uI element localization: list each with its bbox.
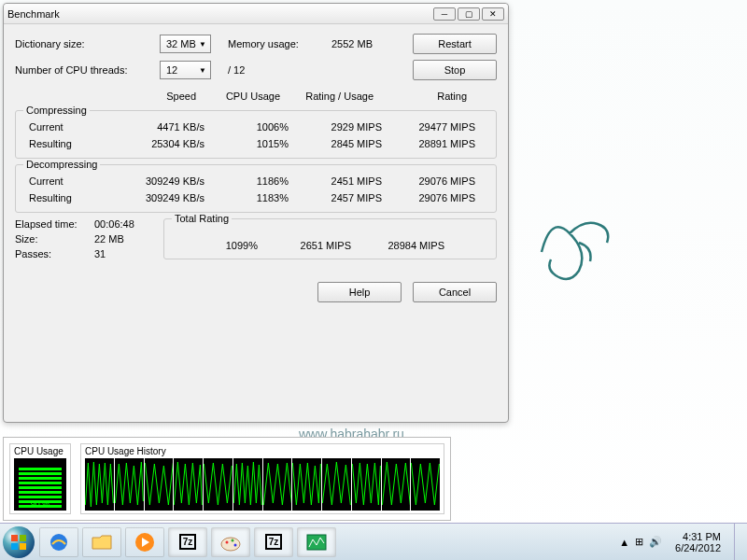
row-label: Current: [23, 173, 117, 189]
decorative-flourish: [523, 196, 635, 289]
cpu-history-graphs: [85, 458, 440, 511]
cpu-usage-meter: 90 %: [14, 458, 66, 511]
volume-icon[interactable]: 🔊: [649, 536, 662, 548]
row-label: Current: [23, 119, 117, 135]
taskbar-7zip-1[interactable]: 7z: [168, 527, 207, 557]
show-desktop-button[interactable]: [734, 524, 743, 561]
stop-button[interactable]: Stop: [413, 60, 497, 80]
svg-point-8: [232, 539, 234, 541]
threads-max: / 12: [228, 64, 245, 76]
svg-point-9: [234, 543, 237, 546]
summary-info: Elapsed time:00:06:48 Size:22 MB Passes:…: [15, 218, 160, 259]
restart-button[interactable]: Restart: [413, 34, 497, 54]
chevron-down-icon: ▼: [199, 66, 206, 75]
cpu-percent: 90 %: [31, 499, 50, 509]
cpu-usage-title: CPU Usage: [14, 446, 66, 456]
svg-rect-0: [11, 535, 18, 541]
window-title: Benchmark: [7, 8, 431, 20]
svg-rect-1: [20, 535, 26, 541]
col-speed: Speed: [108, 88, 202, 105]
threads-label: Number of CPU threads:: [15, 64, 160, 76]
cancel-button[interactable]: Cancel: [413, 282, 497, 302]
folder-icon: [91, 533, 113, 552]
row-label: Resulting: [23, 135, 117, 152]
taskbar-ie[interactable]: [39, 527, 78, 557]
help-button[interactable]: Help: [317, 282, 402, 302]
decompressing-group: Decompressing Current 309249 KB/s 1186% …: [15, 164, 497, 213]
close-button[interactable]: ✕: [482, 7, 504, 21]
taskbar-paint[interactable]: [211, 527, 250, 557]
wmp-icon: [134, 531, 156, 553]
clock[interactable]: 4:31 PM 6/24/2012: [668, 531, 728, 553]
action-flag-icon[interactable]: ⊞: [635, 536, 643, 548]
taskbar-7zip-2[interactable]: 7z: [254, 527, 293, 557]
minimize-button[interactable]: ─: [433, 7, 456, 21]
threads-dropdown[interactable]: 12▼: [160, 61, 211, 79]
sevenzip-icon: 7z: [265, 534, 283, 550]
chevron-down-icon: ▼: [199, 40, 206, 49]
taskbar-mediaplayer[interactable]: [125, 527, 164, 557]
show-hidden-icon[interactable]: ▲: [619, 537, 629, 548]
svg-point-6: [221, 538, 240, 551]
windows-logo-icon: [3, 526, 35, 558]
paint-icon: [219, 533, 242, 552]
dictionary-size-dropdown[interactable]: 32 MB▼: [160, 35, 211, 53]
svg-rect-3: [20, 543, 26, 550]
taskbar-taskmgr[interactable]: [297, 527, 336, 557]
benchmark-window: Benchmark ─ ▢ ✕ Dictionary size: 32 MB▼ …: [3, 3, 509, 423]
svg-rect-2: [11, 543, 18, 550]
maximize-button[interactable]: ▢: [458, 7, 480, 21]
taskmgr-icon: [306, 534, 327, 551]
dictionary-size-label: Dictionary size:: [15, 38, 160, 49]
taskbar-explorer[interactable]: [82, 527, 121, 557]
col-rating: Rating: [379, 88, 472, 105]
svg-point-7: [226, 540, 229, 543]
titlebar[interactable]: Benchmark ─ ▢ ✕: [4, 4, 508, 24]
cpu-history-title: CPU Usage History: [85, 446, 440, 456]
compressing-group: Compressing Current 4471 KB/s 1006% 2929…: [15, 110, 497, 159]
col-ru: Rating / Usage: [286, 88, 379, 105]
taskmanager-widget: CPU Usage 90 % CPU Usage History: [3, 437, 451, 521]
system-tray: ▲ ⊞ 🔊 4:31 PM 6/24/2012: [615, 524, 747, 561]
sevenzip-icon: 7z: [179, 534, 197, 550]
memory-usage-value: 2552 MB: [312, 38, 373, 49]
row-label: Resulting: [23, 189, 117, 206]
col-cpu: CPU Usage: [202, 88, 286, 105]
start-button[interactable]: [0, 524, 37, 561]
memory-usage-label: Memory usage:: [228, 38, 312, 49]
ie-icon: [48, 531, 70, 553]
total-rating-group: Total Rating 1099% 2651 MIPS 28984 MIPS: [163, 218, 497, 259]
taskbar: 7z 7z ▲ ⊞ 🔊 4:31 PM 6/24/2012: [0, 523, 747, 560]
